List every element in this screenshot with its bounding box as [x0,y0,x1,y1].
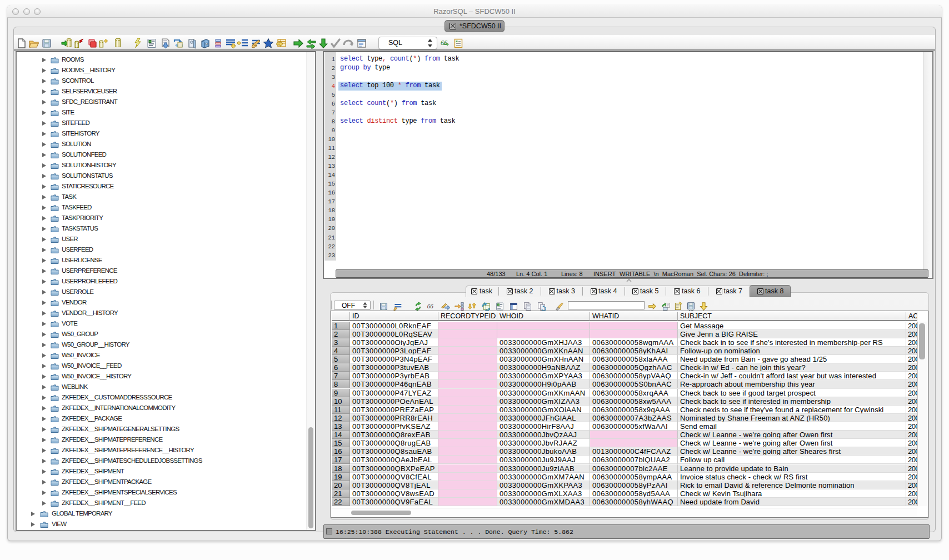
svg-text:66: 66 [441,39,447,47]
svg-text:66: 66 [427,303,433,309]
